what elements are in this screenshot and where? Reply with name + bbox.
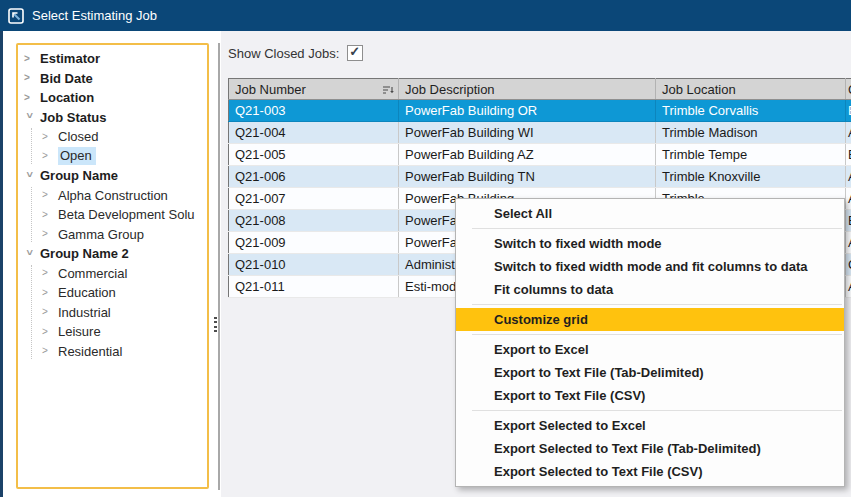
chevron-right-icon[interactable] [42, 229, 52, 239]
tree-children-group: CommercialEducationIndustrialLeisureResi… [18, 264, 207, 362]
title-bar: Select Estimating Job [0, 0, 851, 31]
table-row[interactable]: Q21-006PowerFab Building TNTrimble Knoxv… [229, 166, 851, 188]
tree-item-label: Leisure [58, 324, 101, 339]
column-header-job-number[interactable]: Job Number [229, 79, 399, 100]
cell-job-location: Trimble Tempe [656, 144, 846, 166]
tree-item-label: Alpha Construction [58, 188, 168, 203]
tree-item-leisure[interactable]: Leisure [18, 322, 207, 342]
tree-item-label: Location [40, 90, 94, 105]
cell-column-4: A [846, 232, 851, 254]
filter-tree-panel: EstimatorBid DateLocationJob StatusClose… [16, 43, 209, 489]
chevron-down-icon[interactable] [24, 171, 34, 181]
menu-item-customize-grid[interactable]: Customize grid [456, 308, 844, 331]
column-header-4[interactable]: C [846, 79, 851, 100]
tree-item-group-name-2[interactable]: Group Name 2 [18, 244, 207, 264]
menu-item-export-to-text-file-tab-delimited[interactable]: Export to Text File (Tab-Delimited) [456, 361, 844, 384]
chevron-right-icon[interactable] [42, 327, 52, 337]
cell-job-number: Q21-010 [229, 254, 399, 276]
show-closed-jobs-label: Show Closed Jobs: [228, 46, 339, 61]
menu-separator [472, 334, 842, 335]
tree-children-group: ClosedOpen [18, 127, 207, 166]
tree-item-bid-date[interactable]: Bid Date [18, 69, 207, 89]
menu-item-switch-to-fixed-width-mode[interactable]: Switch to fixed width mode [456, 232, 844, 255]
tree-item-residential[interactable]: Residential [18, 342, 207, 362]
show-closed-jobs-checkbox[interactable] [347, 45, 363, 61]
tree-item-label: Industrial [58, 305, 111, 320]
tree-item-label: Closed [58, 129, 98, 144]
cell-job-number: Q21-005 [229, 144, 399, 166]
tree-item-label: Gamma Group [58, 227, 144, 242]
cell-job-description: PowerFab Building OR [399, 100, 656, 122]
column-header-job-location[interactable]: Job Location [656, 79, 846, 100]
show-closed-jobs-row: Show Closed Jobs: [228, 45, 363, 61]
menu-item-export-selected-to-text-file-csv[interactable]: Export Selected to Text File (CSV) [456, 460, 844, 483]
cell-column-4: A [846, 122, 851, 144]
column-header-label: Job Number [235, 82, 306, 97]
cell-job-number: Q21-011 [229, 276, 399, 298]
tree-item-alpha-construction[interactable]: Alpha Construction [18, 186, 207, 206]
cell-column-4: A [846, 276, 851, 298]
table-row[interactable]: Q21-005PowerFab Building AZTrimble Tempe… [229, 144, 851, 166]
tree-item-group-name[interactable]: Group Name [18, 166, 207, 186]
chevron-down-icon[interactable] [24, 113, 34, 123]
chevron-right-icon[interactable] [42, 132, 52, 142]
tree-item-label: Commercial [58, 266, 127, 281]
panel-splitter[interactable] [218, 43, 220, 490]
menu-item-select-all[interactable]: Select All [456, 202, 844, 225]
tree-item-open[interactable]: Open [18, 147, 207, 167]
menu-separator [472, 304, 842, 305]
menu-item-export-to-excel[interactable]: Export to Excel [456, 338, 844, 361]
tree-item-commercial[interactable]: Commercial [18, 264, 207, 284]
chevron-down-icon[interactable] [24, 249, 34, 259]
splitter-grip-dots-icon[interactable] [214, 317, 217, 333]
chevron-right-icon[interactable] [42, 210, 52, 220]
tree-item-beta-development-solu[interactable]: Beta Development Solu [18, 205, 207, 225]
cell-job-location: Trimble Knoxville [656, 166, 846, 188]
app-window-icon [8, 8, 24, 24]
table-row[interactable]: Q21-003PowerFab Building ORTrimble Corva… [229, 100, 851, 122]
cell-job-description: PowerFab Building TN [399, 166, 656, 188]
checkmark-icon [349, 44, 360, 59]
cell-column-4: C [846, 254, 851, 276]
chevron-right-icon[interactable] [24, 93, 34, 103]
tree-item-closed[interactable]: Closed [18, 127, 207, 147]
window-title: Select Estimating Job [32, 8, 157, 23]
menu-item-switch-to-fixed-width-mode-and-fit-columns-to-data[interactable]: Switch to fixed width mode and fit colum… [456, 255, 844, 278]
grid-context-menu: Select AllSwitch to fixed width modeSwit… [455, 198, 845, 487]
menu-separator [472, 228, 842, 229]
chevron-right-icon[interactable] [42, 346, 52, 356]
cell-job-location: Trimble Madison [656, 122, 846, 144]
column-header-job-description[interactable]: Job Description [399, 79, 656, 100]
chevron-right-icon[interactable] [42, 307, 52, 317]
cell-job-number: Q21-006 [229, 166, 399, 188]
tree-item-label: Open [58, 147, 96, 165]
tree-item-location[interactable]: Location [18, 88, 207, 108]
chevron-right-icon[interactable] [42, 288, 52, 298]
tree-item-gamma-group[interactable]: Gamma Group [18, 225, 207, 245]
tree-item-estimator[interactable]: Estimator [18, 49, 207, 69]
cell-column-4: A [846, 166, 851, 188]
cell-job-number: Q21-009 [229, 232, 399, 254]
menu-item-export-to-text-file-csv[interactable]: Export to Text File (CSV) [456, 384, 844, 407]
chevron-right-icon[interactable] [24, 54, 34, 64]
chevron-right-icon[interactable] [24, 73, 34, 83]
tree-item-label: Group Name [40, 168, 118, 183]
cell-job-description: PowerFab Building AZ [399, 144, 656, 166]
tree-item-job-status[interactable]: Job Status [18, 108, 207, 128]
menu-item-export-selected-to-text-file-tab-delimited[interactable]: Export Selected to Text File (Tab-Delimi… [456, 437, 844, 460]
chevron-right-icon[interactable] [42, 268, 52, 278]
cell-job-number: Q21-004 [229, 122, 399, 144]
tree-item-education[interactable]: Education [18, 283, 207, 303]
grid-header-row: Job NumberJob DescriptionJob LocationC [229, 79, 851, 100]
menu-item-export-selected-to-excel[interactable]: Export Selected to Excel [456, 414, 844, 437]
cell-job-number: Q21-003 [229, 100, 399, 122]
tree-item-label: Bid Date [40, 71, 93, 86]
chevron-right-icon[interactable] [42, 190, 52, 200]
chevron-right-icon[interactable] [42, 151, 52, 161]
menu-item-fit-columns-to-data[interactable]: Fit columns to data [456, 278, 844, 301]
table-row[interactable]: Q21-004PowerFab Building WITrimble Madis… [229, 122, 851, 144]
cell-job-description: PowerFab Building WI [399, 122, 656, 144]
tree-item-industrial[interactable]: Industrial [18, 303, 207, 323]
tree-item-label: Residential [58, 344, 122, 359]
tree-item-label: Group Name 2 [40, 246, 129, 261]
